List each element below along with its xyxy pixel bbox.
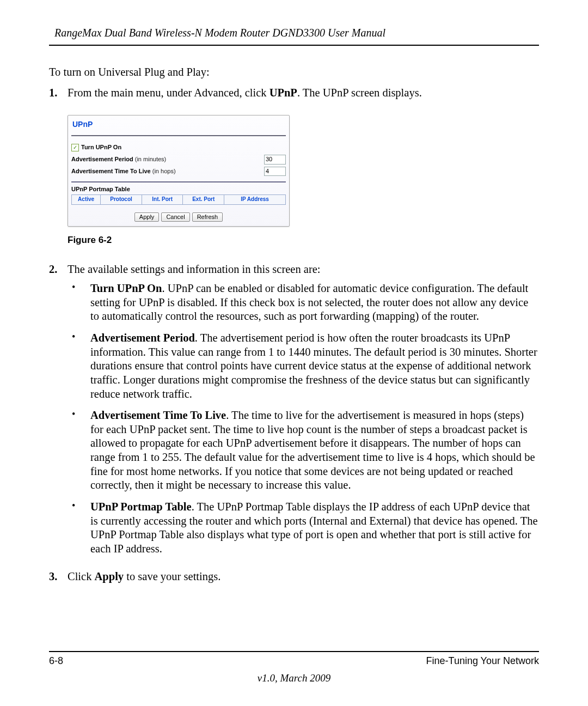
col-ext-port: Ext. Port xyxy=(183,195,224,204)
step-text: The available settings and information i… xyxy=(68,263,321,275)
step-3: 3. Click Apply to save your settings. xyxy=(49,570,539,584)
bullet-title: Turn UPnP On xyxy=(90,282,162,294)
step-text-post: . The UPnP screen displays. xyxy=(297,87,422,99)
step-bold: Apply xyxy=(95,570,124,582)
bullet-icon: • xyxy=(68,282,90,324)
bullet-title: Advertisement Time To Live xyxy=(90,409,226,421)
step-text: From the main menu, under Advanced, clic… xyxy=(68,87,270,99)
step-number: 2. xyxy=(49,263,68,564)
portmap-title: UPnP Portmap Table xyxy=(71,186,286,193)
panel-title: UPnP xyxy=(71,119,286,136)
adv-period-units: (in minutes) xyxy=(133,156,167,162)
bullet-adv-ttl: • Advertisement Time To Live. The time t… xyxy=(68,409,539,492)
col-protocol: Protocol xyxy=(101,195,142,204)
bullet-turn-upnp-on: • Turn UPnP On. UPnP can be enabled or d… xyxy=(68,282,539,324)
cancel-button[interactable]: Cancel xyxy=(161,212,189,222)
bullet-adv-period: • Advertisement Period. The advertisemen… xyxy=(68,331,539,401)
step-2: 2. The available settings and informatio… xyxy=(49,263,539,564)
step-number: 3. xyxy=(49,570,68,584)
bullet-title: UPnP Portmap Table xyxy=(90,501,192,513)
step-text: Click xyxy=(68,570,95,582)
col-int-port: Int. Port xyxy=(142,195,183,204)
refresh-button[interactable]: Refresh xyxy=(192,212,223,222)
running-header: RangeMax Dual Band Wireless-N Modem Rout… xyxy=(49,24,539,46)
bullet-icon: • xyxy=(68,409,90,492)
step-text-post: to save your settings. xyxy=(124,570,220,582)
col-active: Active xyxy=(72,195,101,204)
version-line: v1.0, March 2009 xyxy=(49,672,539,684)
step-number: 1. xyxy=(49,86,68,100)
portmap-header-row: Active Protocol Int. Port Ext. Port IP A… xyxy=(71,194,286,205)
adv-ttl-input[interactable]: 4 xyxy=(264,167,286,176)
step-1: 1. From the main menu, under Advanced, c… xyxy=(49,86,539,100)
bullet-icon: • xyxy=(68,331,90,401)
apply-button[interactable]: Apply xyxy=(134,212,160,222)
adv-period-label: Advertisement Period xyxy=(71,156,133,162)
adv-period-input[interactable]: 30 xyxy=(264,155,286,165)
bullet-title: Advertisement Period xyxy=(90,332,195,344)
intro-paragraph: To turn on Universal Plug and Play: xyxy=(49,65,539,80)
bullet-portmap: • UPnP Portmap Table. The UPnP Portmap T… xyxy=(68,500,539,556)
bullet-text: . The time to live for the advertisement… xyxy=(90,409,535,491)
page-number: 6-8 xyxy=(49,655,63,667)
section-title: Fine-Tuning Your Network xyxy=(426,655,539,667)
adv-ttl-label: Advertisement Time To Live xyxy=(71,168,151,174)
figure-screenshot: UPnP ✓ Turn UPnP On Advertisement Period… xyxy=(68,115,539,227)
bullet-icon: • xyxy=(68,500,90,556)
turn-upnp-on-checkbox[interactable]: ✓ xyxy=(71,144,79,151)
step-bold: UPnP xyxy=(270,87,297,99)
turn-upnp-on-label: Turn UPnP On xyxy=(81,144,121,151)
col-ip-address: IP Address xyxy=(224,195,285,204)
figure-caption: Figure 6-2 xyxy=(68,234,539,246)
adv-ttl-units: (in hops) xyxy=(151,168,176,174)
